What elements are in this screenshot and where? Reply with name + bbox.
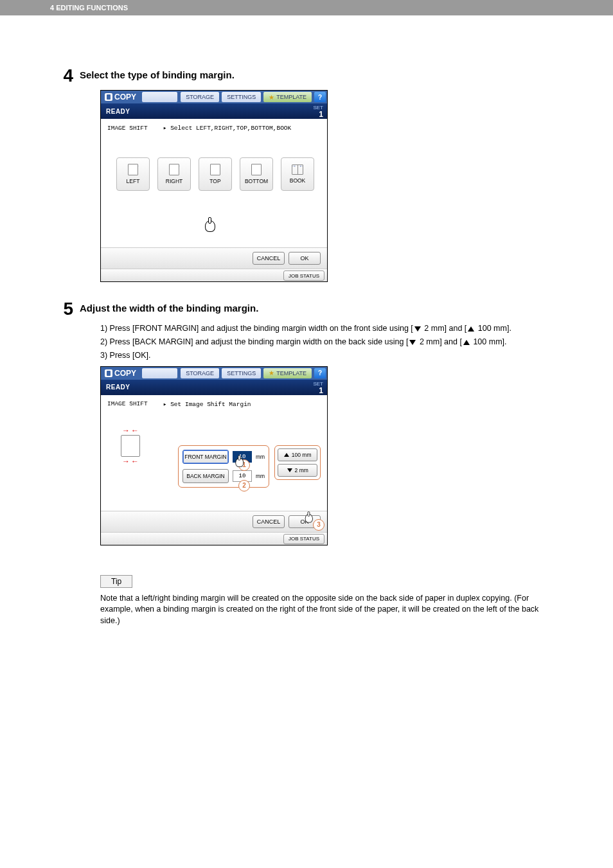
cancel-button[interactable]: CANCEL bbox=[253, 515, 285, 528]
doc-icon bbox=[169, 164, 179, 175]
cursor-icon bbox=[202, 218, 217, 233]
header-breadcrumb: 4 EDITING FUNCTIONS bbox=[50, 4, 128, 12]
unit-label: mm bbox=[256, 454, 265, 460]
ss2-screen-label: IMAGE SHIFT bbox=[107, 400, 148, 407]
tip-label: Tip bbox=[100, 575, 132, 588]
ss2-label-row: IMAGE SHIFT ▸ Set Image Shift Margin bbox=[107, 400, 321, 408]
step-5-number: 5 bbox=[51, 300, 73, 318]
opt-book-button[interactable]: →← BOOK bbox=[281, 157, 314, 191]
step-5-body: COPY STORAGE SETTINGS ★TEMPLATE ? READY … bbox=[84, 366, 562, 627]
ss1-body: IMAGE SHIFT ▸ Select LEFT,RIGHT,TOP,BOTT… bbox=[101, 119, 327, 247]
unit-label: mm bbox=[256, 473, 265, 479]
ss2-body: IMAGE SHIFT ▸ Set Image Shift Margin →← … bbox=[101, 395, 327, 511]
opt-left-button[interactable]: →← LEFT bbox=[116, 157, 150, 191]
back-margin-button[interactable]: BACK MARGIN bbox=[182, 469, 229, 483]
ss2-set-box: SET 1 bbox=[313, 382, 323, 394]
opt-bottom-button[interactable]: BOTTOM bbox=[240, 157, 273, 191]
ss2-set-count: 1 bbox=[313, 387, 323, 394]
ss1-copy-label: COPY bbox=[114, 93, 136, 102]
step-5-item-1: 1) Press [FRONT MARGIN] and adjust the b… bbox=[100, 323, 562, 334]
ss1-instruction: ▸ Select LEFT,RIGHT,TOP,BOTTOM,BOOK bbox=[163, 124, 292, 132]
job-status-button[interactable]: JOB STATUS bbox=[283, 534, 324, 544]
triangle-up-icon bbox=[284, 453, 289, 457]
tip-text: Note that a left/right binding margin wi… bbox=[100, 593, 550, 627]
triangle-down-icon bbox=[414, 326, 421, 332]
star-icon: ★ bbox=[269, 369, 274, 376]
arrows-icon: →← bbox=[122, 457, 139, 466]
ss2-status-bar: READY SET 1 bbox=[101, 380, 327, 395]
ss1-label-row: IMAGE SHIFT ▸ Select LEFT,RIGHT,TOP,BOTT… bbox=[107, 124, 321, 132]
ss1-mode: COPY bbox=[101, 91, 140, 103]
opt-bottom-label: BOTTOM bbox=[245, 178, 268, 184]
ss1-set-box: SET 1 bbox=[313, 105, 323, 118]
ss1-options: →← LEFT →← RIGHT TOP B bbox=[116, 157, 321, 191]
front-margin-button[interactable]: FRONT MARGIN bbox=[182, 450, 229, 464]
screenshot-1: COPY STORAGE SETTINGS ★TEMPLATE ? READY … bbox=[100, 90, 328, 282]
back-margin-row: BACK MARGIN 10 mm bbox=[182, 469, 265, 483]
ss2-instruction: ▸ Set Image Shift Margin bbox=[163, 400, 251, 408]
help-button[interactable]: ? bbox=[314, 368, 326, 378]
step-5-item-2: 2) Press [BACK MARGIN] and adjust the bi… bbox=[100, 337, 562, 348]
step-4-title: Select the type of binding margin. bbox=[80, 69, 235, 80]
ss1-topbar: COPY STORAGE SETTINGS ★TEMPLATE ? bbox=[101, 91, 327, 103]
ss1-screen-label: IMAGE SHIFT bbox=[107, 125, 148, 132]
stepper-group: 100 mm 2 mm bbox=[274, 445, 321, 480]
settings-tab[interactable]: SETTINGS bbox=[222, 92, 261, 102]
ss1-spacer bbox=[142, 92, 177, 102]
copy-icon bbox=[105, 93, 112, 101]
storage-tab[interactable]: STORAGE bbox=[181, 368, 219, 378]
annotation-2: 2 bbox=[238, 480, 250, 492]
margin-buttons-group: FRONT MARGIN 10 mm BACK MARGIN 10 mm bbox=[178, 445, 269, 488]
ss1-set-count: 1 bbox=[313, 111, 323, 118]
template-tab[interactable]: ★TEMPLATE bbox=[263, 368, 312, 378]
step-5-title: Adjust the width of the binding margin. bbox=[80, 303, 258, 314]
front-margin-row: FRONT MARGIN 10 mm bbox=[182, 450, 265, 464]
cursor-icon bbox=[232, 454, 246, 470]
doc-icon bbox=[121, 435, 140, 457]
step-5-item-3: 3) Press [OK]. bbox=[100, 350, 562, 361]
ss1-status-bar: READY SET 1 bbox=[101, 103, 327, 119]
opt-left-label: LEFT bbox=[127, 178, 140, 184]
cancel-button[interactable]: CANCEL bbox=[253, 252, 285, 265]
ss2-spacer bbox=[142, 368, 177, 378]
decrease-button[interactable]: 2 mm bbox=[278, 464, 317, 477]
ss1-jobbar: JOB STATUS bbox=[101, 269, 327, 281]
star-icon: ★ bbox=[269, 94, 274, 101]
ss1-ready: READY bbox=[106, 108, 130, 115]
triangle-down-icon bbox=[409, 340, 416, 345]
opt-top-button[interactable]: TOP bbox=[199, 157, 232, 191]
template-tab[interactable]: ★TEMPLATE bbox=[263, 92, 312, 102]
ok-button[interactable]: OK bbox=[289, 252, 321, 265]
ss2-topbar: COPY STORAGE SETTINGS ★TEMPLATE ? bbox=[101, 367, 327, 380]
ss2-jobbar: JOB STATUS bbox=[101, 532, 327, 545]
book-icon bbox=[292, 164, 303, 175]
doc-icon bbox=[210, 164, 220, 175]
triangle-up-icon bbox=[468, 326, 474, 332]
step-4-body: COPY STORAGE SETTINGS ★TEMPLATE ? READY … bbox=[84, 90, 562, 282]
help-button[interactable]: ? bbox=[314, 92, 326, 102]
ss2-button-row: CANCEL OK bbox=[101, 511, 327, 532]
triangle-down-icon bbox=[287, 468, 292, 472]
page-header-band: 4 EDITING FUNCTIONS bbox=[0, 0, 613, 15]
ss2-mode: COPY bbox=[101, 367, 140, 380]
increase-button[interactable]: 100 mm bbox=[278, 448, 317, 461]
opt-right-label: RIGHT bbox=[166, 178, 182, 184]
copy-icon bbox=[105, 369, 112, 377]
ss2-copy-label: COPY bbox=[114, 369, 136, 378]
job-status-button[interactable]: JOB STATUS bbox=[283, 270, 324, 281]
storage-tab[interactable]: STORAGE bbox=[181, 92, 219, 102]
doc-icon bbox=[128, 164, 138, 175]
step-4-row: 4 Select the type of binding margin. bbox=[51, 67, 562, 85]
step-5-row: 5 Adjust the width of the binding margin… bbox=[51, 300, 562, 318]
opt-book-label: BOOK bbox=[290, 177, 306, 184]
arrows-icon: →← bbox=[122, 426, 139, 435]
ss2-preview: →← →← bbox=[111, 426, 150, 466]
step-4-number: 4 bbox=[51, 67, 73, 85]
cursor-icon bbox=[301, 510, 315, 526]
ss2-ready: READY bbox=[106, 384, 130, 391]
opt-top-label: TOP bbox=[209, 178, 220, 184]
opt-right-button[interactable]: →← RIGHT bbox=[157, 157, 191, 191]
settings-tab[interactable]: SETTINGS bbox=[222, 368, 261, 378]
ss1-button-row: CANCEL OK bbox=[101, 247, 327, 269]
screenshot-2: COPY STORAGE SETTINGS ★TEMPLATE ? READY … bbox=[100, 366, 328, 545]
